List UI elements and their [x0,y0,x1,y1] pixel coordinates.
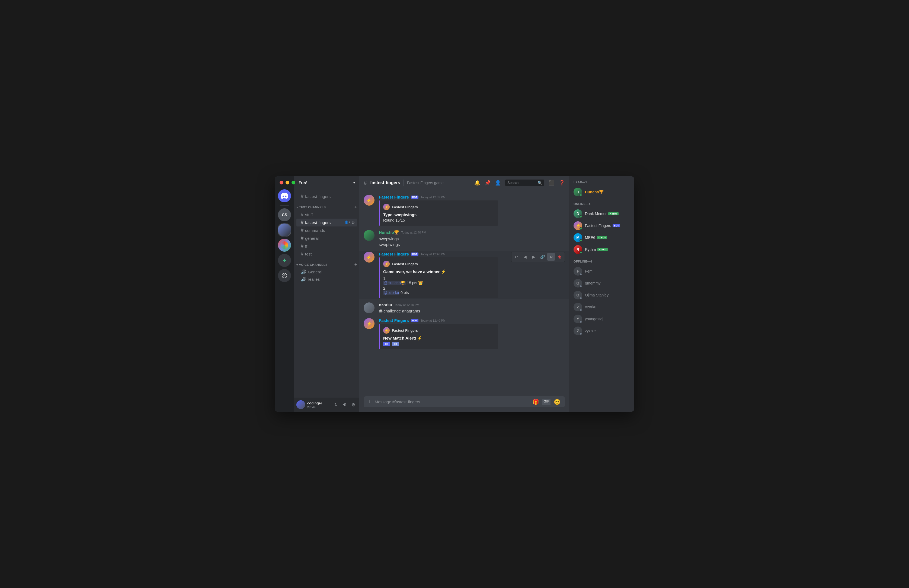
verified-bot-badge: ✓ BOT [597,248,608,251]
channel-name-stuff: stuff [305,212,355,217]
back-button[interactable]: ◀ [521,253,529,261]
add-voice-channel-button[interactable]: + [354,262,357,267]
help-icon[interactable]: ❓ [559,180,565,186]
member-item-youngestdj[interactable]: Y youngestdj [572,313,632,325]
member-info: Dank Memer ✓ BOT [585,212,618,216]
hash-icon: # [301,220,304,225]
mute-button[interactable] [332,401,340,409]
server-icon-add[interactable]: + [278,254,291,267]
app-window: CS + Furé ▾ # fastest-fingers [275,176,634,412]
delete-button[interactable]: 🗑 [556,253,563,261]
member-name-femi: Femi [585,269,593,273]
speaker-icon: 🔊 [301,269,306,275]
member-item-ojima[interactable]: O Ojima Stanley [572,289,632,301]
embed-rank-1-detail: @Huncho🏆 15 pts 👑 [383,281,495,285]
mention: @ozorku [383,291,399,295]
message-author: ozorku [379,302,392,307]
message-row: ⚡ Fastest Fingers BOT Today at 12:40 PM … [359,250,569,299]
server-icon-avatar[interactable] [278,223,291,236]
message-row: Huncho🏆 Today at 12:40 PM swepwings swep… [359,229,569,249]
text-channels-label[interactable]: TEXT CHANNELS [296,205,326,209]
offline-status [580,309,582,311]
voice-channels-label[interactable]: VOICE CHANNELS [296,263,328,267]
embed: ⚡ Fastest Fingers New Match Alert! ⚡ ID … [379,324,498,349]
embed-author-icon: ⚡ [383,261,390,267]
message-time: Today at 12:40 PM [401,231,426,234]
settings-icon[interactable]: ⚙ [352,221,355,225]
server-icon-discord[interactable] [278,189,291,202]
member-item-mee6[interactable]: M MEE6 ✓ BOT [572,232,632,244]
add-member-icon[interactable]: 👤+ [344,221,350,225]
offline-status [580,297,582,299]
channel-item-fastest-fingers[interactable]: # fastest-fingers 👤+ ⚙ [296,219,357,226]
add-text-channel-button[interactable]: + [354,205,357,210]
message-input[interactable] [375,396,529,407]
offline-status [580,321,582,323]
close-button[interactable] [279,181,283,184]
channel-name: fastest-fingers [305,194,355,199]
members-icon[interactable]: 👤 [495,180,501,186]
channel-item-fastest-fingers-top[interactable]: # fastest-fingers [296,192,357,200]
channel-item-stuff[interactable]: # stuff [296,211,357,219]
member-item-fastest-fingers[interactable]: ⚡ Fastest Fingers BOT [572,220,632,232]
member-name-ozorku: ozorku [585,305,596,309]
member-avatar: Y [573,315,582,323]
maximize-button[interactable] [292,181,295,184]
inbox-icon[interactable]: ⬛ [549,180,555,186]
deafen-button[interactable] [341,401,349,409]
message-content: ozorku Today at 12:40 PM !ff-challenge a… [379,302,565,314]
embed-rank-1: 1. [383,276,495,281]
hash-icon: # [301,251,304,257]
member-avatar: F [573,267,582,276]
gift-icon[interactable]: 🎁 [532,399,539,405]
member-avatar: ⚡ [573,221,582,230]
voice-channel-realies[interactable]: 🔊 realies [296,276,357,283]
member-item-ozorku[interactable]: Z ozorku [572,301,632,313]
header-divider [404,179,404,186]
window-controls [279,181,295,184]
hash-icon: # [301,236,304,241]
member-item-zyxnle[interactable]: Z zyxnle [572,325,632,337]
embed-author: ⚡ Fastest Fingers [383,261,495,267]
server-icon-colorful[interactable] [278,239,291,252]
message-avatar [364,230,375,241]
message-author: Fastest Fingers [379,252,409,256]
member-item-dank-memer[interactable]: D Dank Memer ✓ BOT [572,208,632,220]
gif-icon[interactable]: GIF [542,399,551,405]
link-button[interactable]: 🔗 [539,253,546,261]
embed-title: Type sweptwings [383,212,495,217]
current-user-name: codinger [307,401,330,405]
channel-item-test[interactable]: # test [296,250,357,258]
embed-author-name: Fastest Fingers [392,262,418,266]
pin-icon[interactable]: 📌 [484,180,491,186]
voice-channel-general[interactable]: 🔊 General [296,268,357,276]
reply-button[interactable]: ↩ [513,253,520,261]
channel-item-ff[interactable]: # ff [296,242,357,250]
bell-icon[interactable]: 🔔 [474,180,480,186]
member-item-huncho[interactable]: H Huncho🏆 [572,186,632,198]
server-icon-compass[interactable] [278,269,291,282]
channel-name-ff: ff [305,244,355,249]
server-icon-cs[interactable]: CS [278,208,291,221]
emoji-icon[interactable]: 😊 [554,399,560,405]
minimize-button[interactable] [286,181,289,184]
member-item-femi[interactable]: F Femi [572,265,632,277]
server-header[interactable]: Furé ▾ [294,176,359,189]
search-bar[interactable]: Search 🔍 [505,179,544,186]
channel-item-commands[interactable]: # commands [296,226,357,234]
bot-badge: BOT [411,319,418,322]
id-button[interactable]: ID [547,253,555,261]
hash-icon: # [301,228,304,233]
messages-area: ⚡ Fastest Fingers BOT Today at 12:39 PM … [359,189,569,396]
message-text: swepwings [379,236,565,242]
add-attachment-button[interactable]: + [368,398,371,405]
offline-status [580,273,582,276]
online-status [580,215,582,218]
member-item-gmemmy[interactable]: G gmemmy [572,277,632,289]
member-item-rythm[interactable]: R Rythm ✓ BOT [572,244,632,255]
channel-item-general[interactable]: # general [296,234,357,242]
message-row: ⚡ Fastest Fingers BOT Today at 12:40 PM … [359,317,569,351]
settings-button[interactable]: ⚙ [350,401,357,409]
forward-button[interactable]: ▶ [530,253,538,261]
member-info: MEE6 ✓ BOT [585,236,607,240]
